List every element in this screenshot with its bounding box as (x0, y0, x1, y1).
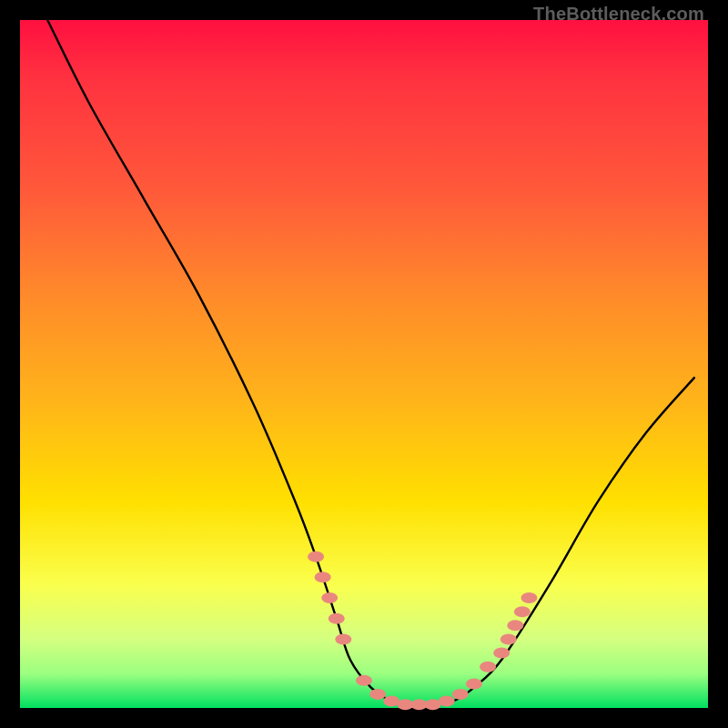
highlight-dot (480, 662, 496, 672)
highlight-markers (308, 551, 537, 711)
chart-svg (20, 20, 708, 708)
chart-frame: TheBottleneck.com (0, 0, 728, 728)
highlight-dot (466, 679, 482, 690)
highlight-dot (369, 689, 386, 700)
highlight-dot (514, 606, 531, 617)
highlight-dot (356, 675, 372, 686)
highlight-dot (308, 551, 324, 562)
highlight-dot (321, 592, 338, 603)
highlight-dot (329, 613, 345, 624)
highlight-dot (500, 633, 517, 644)
bottleneck-curve (47, 20, 694, 705)
highlight-dot (521, 592, 537, 603)
highlight-dot (315, 571, 331, 582)
highlight-dot (452, 689, 469, 700)
watermark-text: TheBottleneck.com (533, 4, 704, 25)
highlight-dot (493, 648, 510, 659)
highlight-dot (335, 633, 351, 644)
highlight-dot (507, 620, 523, 631)
highlight-dot (439, 695, 455, 706)
